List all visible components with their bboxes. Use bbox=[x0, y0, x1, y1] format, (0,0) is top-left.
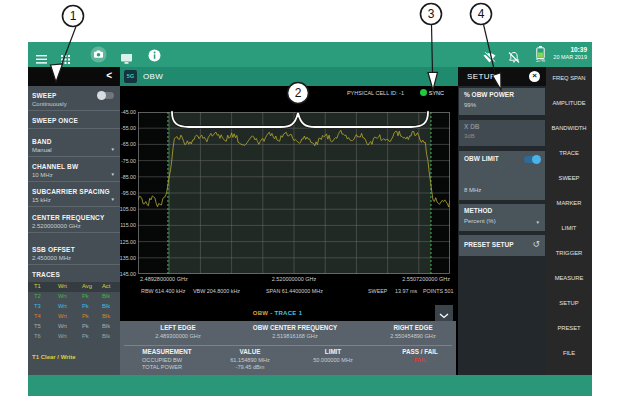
wifi-off-icon[interactable] bbox=[483, 49, 496, 67]
trace-row-t2[interactable]: T2WrtPkBlk bbox=[28, 292, 120, 302]
trace-cell-state: Act bbox=[102, 283, 110, 289]
left-edge-header: LEFT EDGE bbox=[160, 324, 195, 331]
obw-limit-label: OBW LIMIT bbox=[464, 155, 499, 162]
method-value: Percent (%) bbox=[464, 218, 496, 224]
spectrum-plot-wrap[interactable] bbox=[138, 112, 450, 274]
xdb-value: 3dB bbox=[464, 133, 475, 139]
trace-status-footer[interactable]: T1 Clear / Write bbox=[32, 354, 76, 360]
value-header: VALUE bbox=[240, 348, 261, 355]
center-frequency-label: CENTER FREQUENCY bbox=[32, 214, 105, 221]
menu-measure[interactable]: MEASURE bbox=[546, 275, 592, 281]
trace-cell-id: T2 bbox=[34, 293, 41, 299]
sweep-info-row: RBW 614.400 kHz VBW 204.8000 kHz SPAN 61… bbox=[120, 288, 458, 296]
sync-status: SYNC bbox=[420, 89, 444, 96]
menu-sweep[interactable]: SWEEP bbox=[546, 175, 592, 181]
collapse-results-button[interactable] bbox=[435, 305, 453, 321]
subcarrier-spacing-value[interactable]: 15 kHz bbox=[32, 197, 51, 203]
sync-label: SYNC bbox=[429, 90, 444, 96]
measurement-tab[interactable]: 5G OBW bbox=[120, 67, 458, 86]
trace-row-t1[interactable]: T1WrtAvgAct bbox=[28, 282, 120, 292]
display-windows-icon[interactable] bbox=[121, 50, 132, 68]
x-axis-labels: 2.4892800000 GHz 2.520000000 GHz 2.55072… bbox=[120, 276, 458, 284]
menu-amplitude[interactable]: AMPLITUDE bbox=[546, 100, 592, 106]
span-value: SPAN 61.4400000 MHz bbox=[266, 288, 323, 294]
close-icon[interactable]: × bbox=[529, 71, 540, 82]
menu-file[interactable]: FILE bbox=[546, 350, 592, 356]
info-icon[interactable] bbox=[148, 48, 161, 66]
method-setting[interactable]: METHOD Percent (%) ▼ bbox=[459, 204, 545, 231]
reset-icon: ↺ bbox=[532, 239, 540, 249]
menu-trigger[interactable]: TRIGGER bbox=[546, 250, 592, 256]
y-tick: -95.00 bbox=[121, 190, 136, 196]
trace-row-t6[interactable]: T6WrtPkBlk bbox=[28, 332, 120, 342]
menu-marker[interactable]: MARKER bbox=[546, 200, 592, 206]
obw-power-setting[interactable]: % OBW POWER 99% bbox=[459, 88, 545, 115]
trace-cell-state: Blk bbox=[102, 303, 110, 309]
collapse-sidebar-icon[interactable]: < bbox=[106, 70, 112, 81]
ssb-offset-label: SSB OFFSET bbox=[32, 246, 75, 253]
result-trace-bar: OBW - TRACE 1 bbox=[120, 305, 435, 321]
camera-icon[interactable] bbox=[90, 46, 107, 67]
menu-freq-span[interactable]: FREQ SPAN bbox=[546, 75, 592, 81]
band-value[interactable]: Manual bbox=[32, 147, 52, 153]
trace-cell-id: T5 bbox=[34, 323, 41, 329]
results-table: LEFT EDGE OBW CENTER FREQUENCY RIGHT EDG… bbox=[120, 321, 456, 375]
trace-cell-det: Pk bbox=[82, 303, 89, 309]
table-divider bbox=[124, 345, 452, 346]
menu-trace[interactable]: TRACE bbox=[546, 150, 592, 156]
row-occupied-bw-result: FAIL bbox=[414, 357, 426, 363]
y-tick: -85.00 bbox=[121, 174, 136, 180]
setup-panel: % OBW POWER 99% X DB 3dB OBW LIMIT 8 MHz… bbox=[458, 86, 546, 375]
callout-4: 4 bbox=[478, 7, 485, 21]
y-tick: -75.00 bbox=[121, 158, 136, 164]
y-axis-labels: -45.00-55.00-65.00-75.00-85.00-95.00105.… bbox=[120, 112, 137, 278]
trace-cell-det: Pk bbox=[82, 313, 89, 319]
obw-limit-setting[interactable]: OBW LIMIT 8 MHz bbox=[459, 151, 545, 200]
right-edge-value: 2.550454890 GHz bbox=[390, 333, 435, 339]
row-occupied-bw-value: 61.154890 MHz bbox=[230, 357, 270, 363]
trace-cell-state: Blk bbox=[102, 333, 110, 339]
x-tick-stop: 2.5507200000 GHz bbox=[402, 276, 450, 282]
menu-limit[interactable]: LIMIT bbox=[546, 225, 592, 231]
result-bar-trace: TRACE 1 bbox=[275, 310, 303, 316]
channel-bw-label: CHANNEL BW bbox=[32, 163, 78, 170]
trace-cell-mode: Wrt bbox=[58, 323, 67, 329]
menu-bandwidth[interactable]: BANDWIDTH bbox=[546, 125, 592, 131]
obw-power-label: % OBW POWER bbox=[464, 91, 514, 98]
trace-cell-state: Blk bbox=[102, 293, 110, 299]
sweep-toggle[interactable] bbox=[98, 92, 114, 99]
band-caret-icon: ▼ bbox=[111, 147, 115, 152]
limit-header: LIMIT bbox=[325, 348, 341, 355]
menu-preset[interactable]: PRESET bbox=[546, 325, 592, 331]
obw-limit-toggle[interactable] bbox=[524, 156, 540, 163]
row-occupied-bw-limit: 50.000000 MHz bbox=[313, 357, 353, 363]
channel-bw-value[interactable]: 10 MHz bbox=[32, 172, 53, 178]
trace-row-t4[interactable]: T4WrtPkBlk bbox=[28, 312, 120, 322]
row-occupied-bw-name: OCCUPIED BW bbox=[142, 357, 182, 363]
ssb-offset-value[interactable]: 2.450000 MHz bbox=[32, 255, 71, 261]
trace-row-t3[interactable]: T3WrtPkBlk bbox=[28, 302, 120, 312]
app-grid-icon[interactable] bbox=[61, 50, 70, 68]
center-frequency-value[interactable]: 2.520000000 GHz bbox=[32, 223, 81, 229]
preset-setup-button[interactable]: PRESET SETUP ↺ bbox=[459, 235, 545, 256]
hamburger-menu-icon[interactable] bbox=[36, 50, 47, 68]
trace-row-t5[interactable]: T5WrtPkBlk bbox=[28, 322, 120, 332]
trace-cell-state: Blk bbox=[102, 323, 110, 329]
battery-percent: 57% bbox=[532, 58, 549, 63]
points-value: POINTS 501 bbox=[423, 288, 454, 294]
sweep-time-label: SWEEP bbox=[368, 288, 387, 294]
sweep-time-value: 13.97 ms bbox=[395, 288, 417, 294]
time: 10:39 bbox=[553, 46, 587, 54]
menu-setup[interactable]: SETUP bbox=[546, 300, 592, 306]
sweep-value: Continuously bbox=[32, 101, 67, 107]
trace-cell-det: Pk bbox=[82, 293, 89, 299]
trace-cell-id: T4 bbox=[34, 313, 41, 319]
screenshot: 57% 10:39 20 MAR 2019 < 5G OBW SETUP × S… bbox=[28, 42, 592, 396]
bell-off-icon[interactable] bbox=[508, 49, 520, 67]
sweep-once-button[interactable]: SWEEP ONCE bbox=[32, 117, 78, 124]
setup-panel-header: SETUP × bbox=[458, 67, 546, 86]
y-tick: 125.00 bbox=[120, 239, 136, 245]
trace-cell-mode: Wrt bbox=[58, 283, 67, 289]
chart-area: PYHSICAL CELL ID: -1 SYNC -45.00-55.00-6… bbox=[120, 86, 458, 375]
figure: 57% 10:39 20 MAR 2019 < 5G OBW SETUP × S… bbox=[0, 0, 624, 406]
